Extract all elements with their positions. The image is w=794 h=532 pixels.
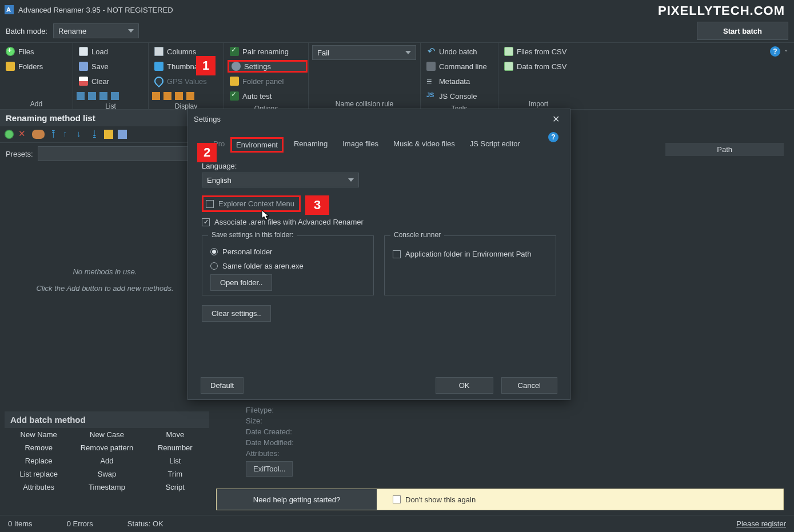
- dialog-content: Language: English Explorer Context Menu …: [188, 155, 570, 371]
- methods-bottom-button[interactable]: ⭳: [90, 130, 99, 139]
- path-column-header[interactable]: Path: [665, 143, 784, 156]
- fi-modified: Date Modified:: [246, 437, 294, 448]
- add-batch-item[interactable]: Remove pattern: [73, 441, 141, 454]
- import-data-csv-button[interactable]: Data from CSV: [502, 60, 575, 73]
- group-title-import: Import: [502, 98, 575, 108]
- language-select[interactable]: English: [202, 173, 359, 187]
- dialog-buttons: Default OK Cancel: [188, 371, 570, 399]
- js-icon: JS: [426, 91, 436, 101]
- radio-personal[interactable]: [210, 248, 218, 255]
- add-batch-item[interactable]: Move: [141, 428, 209, 441]
- display-gps-button[interactable]: GPS Values: [152, 75, 220, 87]
- app-folder-path-row[interactable]: Application folder in Environment Path: [393, 250, 548, 258]
- help-icon[interactable]: ?: [770, 46, 780, 57]
- svg-marker-2: [262, 210, 269, 220]
- callout-3: 3: [305, 195, 329, 215]
- collision-select[interactable]: Fail: [312, 45, 416, 60]
- tab-media[interactable]: Music & video files: [389, 137, 460, 153]
- add-batch-item[interactable]: Attributes: [5, 481, 73, 494]
- associate-aren-row[interactable]: Associate .aren files with Advanced Rena…: [202, 218, 556, 226]
- options-autotest-button[interactable]: Auto test: [228, 90, 308, 102]
- add-batch-item[interactable]: Remove: [5, 441, 73, 454]
- radio-samefolder-row[interactable]: Same folder as aren.exe: [210, 262, 365, 270]
- list-load-button[interactable]: Load: [77, 45, 145, 58]
- methods-delete-button[interactable]: ✕: [18, 130, 27, 139]
- add-batch-item[interactable]: Renumber: [141, 441, 209, 454]
- options-folder-panel-button[interactable]: Folder panel: [228, 75, 308, 87]
- dont-show-checkbox[interactable]: [393, 495, 401, 503]
- methods-up-button[interactable]: ↑: [63, 130, 72, 139]
- exiftool-button[interactable]: ExifTool...: [246, 461, 293, 477]
- clear-settings-button[interactable]: Clear settings..: [202, 305, 271, 322]
- cancel-button[interactable]: Cancel: [501, 377, 557, 394]
- list-clear-button[interactable]: Clear: [77, 75, 145, 87]
- explorer-context-row[interactable]: Explorer Context Menu: [202, 195, 301, 212]
- import-files-csv-button[interactable]: Files from CSV: [502, 45, 575, 58]
- tools-metadata-button[interactable]: Metadata: [424, 75, 494, 87]
- methods-top-button[interactable]: ⭱: [49, 130, 58, 139]
- add-batch-item[interactable]: Replace: [5, 454, 73, 467]
- dialog-close-button[interactable]: ✕: [548, 114, 564, 125]
- methods-save-button[interactable]: [118, 130, 127, 139]
- help-getting-started-button[interactable]: Need help getting started?: [217, 489, 377, 510]
- methods-open-button[interactable]: [104, 130, 113, 139]
- dont-show-row[interactable]: Don't show this again: [393, 495, 476, 504]
- methods-down-button[interactable]: ↓: [77, 130, 86, 139]
- options-settings-button[interactable]: Settings: [228, 60, 308, 73]
- list-save-button[interactable]: Save: [77, 60, 145, 73]
- ribbon-collapse-button[interactable]: ⌄: [784, 46, 788, 53]
- save-settings-group: Save settings in this folder: Personal f…: [202, 235, 374, 295]
- add-batch-item[interactable]: Swap: [73, 467, 141, 481]
- presets-select[interactable]: [38, 146, 204, 161]
- add-batch-item[interactable]: Trim: [141, 467, 209, 481]
- please-register-link[interactable]: Please register: [736, 519, 786, 528]
- default-button[interactable]: Default: [201, 377, 244, 394]
- methods-add-button[interactable]: [5, 130, 14, 139]
- tab-renaming[interactable]: Renaming: [289, 137, 332, 153]
- associate-aren-checkbox[interactable]: [202, 218, 210, 226]
- add-files-button[interactable]: Files: [3, 45, 69, 58]
- console-runner-group: Console runner Application folder in Env…: [384, 235, 556, 295]
- add-batch-item[interactable]: Script: [141, 481, 209, 494]
- add-batch-item[interactable]: List: [141, 454, 209, 467]
- add-batch-item[interactable]: Add: [73, 454, 141, 467]
- app-folder-path-checkbox[interactable]: [393, 250, 401, 258]
- list-arrows[interactable]: [77, 92, 145, 100]
- check-icon: [230, 47, 239, 56]
- add-batch-item[interactable]: Timestamp: [73, 481, 141, 494]
- csv-icon: [504, 62, 513, 71]
- radio-personal-row[interactable]: Personal folder: [210, 247, 365, 256]
- open-folder-button[interactable]: Open folder..: [210, 274, 272, 291]
- fi-filetype: Filetype:: [246, 405, 294, 415]
- methods-toggle-button[interactable]: [32, 130, 45, 139]
- batch-mode-label: Batch mode:: [6, 27, 47, 35]
- tab-image[interactable]: Image files: [338, 137, 383, 153]
- explorer-context-checkbox[interactable]: [206, 200, 214, 208]
- tools-undo-button[interactable]: Undo batch: [424, 45, 494, 58]
- tab-environment[interactable]: Environment: [230, 137, 284, 153]
- language-label: Language:: [202, 162, 556, 170]
- console-runner-title: Console runner: [390, 231, 444, 239]
- batch-mode-select[interactable]: Rename: [53, 23, 139, 38]
- ribbon-group-collision: Fail Name collision rule: [309, 43, 421, 109]
- display-grid-icons[interactable]: [152, 92, 220, 100]
- settings-dialog: Settings ✕ ? Program Environment Renamin…: [187, 109, 570, 400]
- ribbon-group-tools: Undo batch Command line Metadata JSJS Co…: [421, 43, 498, 109]
- add-batch-item[interactable]: New Case: [73, 428, 141, 441]
- options-pair-button[interactable]: Pair renaming: [228, 45, 308, 58]
- radio-same-folder[interactable]: [210, 262, 218, 270]
- add-batch-item[interactable]: New Name: [5, 428, 73, 441]
- tab-js[interactable]: JS Script editor: [465, 137, 525, 153]
- save-settings-title: Save settings in this folder:: [208, 231, 297, 239]
- status-bar: 0 Items 0 Errors Status: OK Please regis…: [0, 515, 794, 532]
- ribbon-right: ? ⌄: [770, 43, 794, 109]
- tools-cmd-button[interactable]: Command line: [424, 60, 494, 73]
- folder-icon: [6, 62, 15, 71]
- ok-button[interactable]: OK: [436, 377, 493, 394]
- add-folders-button[interactable]: Folders: [3, 60, 69, 73]
- status-text: Status: OK: [127, 519, 163, 528]
- start-batch-button[interactable]: Start batch: [697, 22, 788, 40]
- columns-icon: [154, 47, 163, 56]
- add-batch-item[interactable]: List replace: [5, 467, 73, 481]
- tools-js-button[interactable]: JSJS Console: [424, 90, 494, 102]
